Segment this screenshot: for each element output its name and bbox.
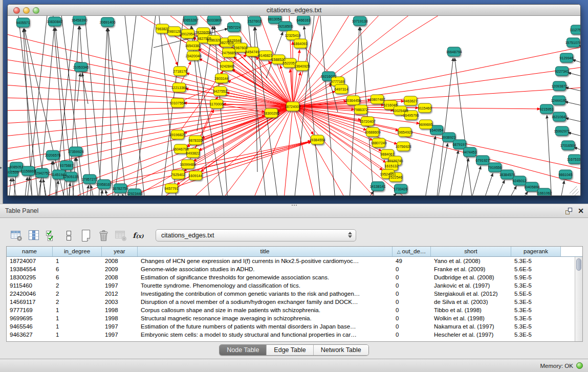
network-node-label: 16543382: [185, 44, 201, 48]
table-cell: 5.3E-5: [511, 322, 561, 331]
column-header-in_degree[interactable]: in_degree: [53, 247, 102, 256]
column-header-out_de[interactable]: △out_de…: [393, 247, 431, 256]
column-header-short[interactable]: short: [431, 247, 511, 256]
splitter-grip[interactable]: [292, 205, 297, 207]
table-cell: 9465546: [7, 322, 53, 331]
float-window-icon[interactable]: [565, 207, 573, 215]
delete-table-icon[interactable]: [114, 229, 128, 242]
network-node-label: 8186328: [207, 38, 221, 42]
network-node-label: 18300295: [263, 112, 279, 115]
table-row[interactable]: 946362711997Embryonic stem cells: a mode…: [7, 331, 575, 339]
table-row[interactable]: 946554611997Estimation of the future num…: [7, 322, 575, 331]
table-row[interactable]: 1830029562008Estimation of significance …: [7, 273, 575, 281]
table-row[interactable]: 969969511998Structural magnetic resonanc…: [7, 314, 575, 322]
network-desktop: ▸ citations_edges.txt 940557110830847164…: [0, 0, 588, 204]
table-cell: Corpus callosum shape and size in male p…: [138, 306, 393, 314]
network-node-label: 10756928: [395, 145, 411, 148]
table-cell: 49: [393, 257, 431, 265]
table-cell: 1: [53, 314, 102, 322]
table-cell: 5.3E-5: [511, 281, 561, 290]
network-node-label: 16782759: [112, 187, 128, 190]
table-row[interactable]: 911546021997Tourette syndrome. Phenomeno…: [7, 281, 575, 290]
network-node-label: 6791927: [475, 159, 489, 162]
network-node-label: 9699695: [419, 123, 432, 126]
panel-title: Table Panel: [5, 204, 38, 218]
network-node-label: 9129946: [559, 56, 573, 60]
show-columns-icon[interactable]: [27, 229, 41, 242]
table-type-tabs: Node TableEdge TableNetwork Table: [219, 344, 368, 356]
network-node-label: 20206576: [45, 154, 60, 157]
network-node-label: 28226058: [195, 31, 211, 34]
table-cell: Wolkin et al. (1998): [431, 314, 511, 322]
function-builder-icon[interactable]: f(x): [131, 229, 145, 242]
network-node-label: 10653287: [182, 18, 198, 22]
network-node-label: 6497314: [334, 87, 348, 91]
tab-edge-table[interactable]: Edge Table: [267, 345, 313, 355]
network-node-label: 12444195: [551, 99, 567, 102]
new-column-icon[interactable]: [79, 229, 93, 242]
close-icon[interactable]: ✕: [578, 207, 584, 215]
table-cell: Dudbridge et al. (2008): [431, 273, 511, 281]
table-cell: 2009: [102, 265, 138, 273]
select-all-icon[interactable]: [44, 229, 58, 242]
network-node-label: 16099489: [180, 163, 195, 166]
table-row[interactable]: 2242004622012Investigating the contribut…: [7, 290, 575, 298]
network-canvas[interactable]: 9405571108308471645839020691406106532871…: [8, 16, 580, 195]
table-cell: Investigating the contribution of common…: [138, 290, 393, 298]
network-node-label: 6466163: [296, 18, 310, 22]
column-header-name[interactable]: name: [7, 247, 53, 256]
tab-node-table[interactable]: Node Table: [220, 345, 267, 355]
table-cell: 0: [393, 331, 431, 339]
table-row[interactable]: 1938455462009Genome-wide association stu…: [7, 265, 575, 273]
panel-collapse-handle[interactable]: ▸: [0, 164, 4, 172]
network-node-label: 8454749: [245, 50, 259, 54]
table-cell: 2008: [102, 273, 138, 281]
table-scrollbar[interactable]: [575, 257, 582, 341]
table-scrollbar-thumb[interactable]: [576, 258, 581, 271]
table-cell: 2: [53, 281, 102, 290]
network-node-label: 2967608: [233, 46, 247, 50]
network-window-titlebar[interactable]: citations_edges.txt: [8, 5, 580, 16]
table-mode-icon[interactable]: [9, 229, 24, 242]
tab-network-table[interactable]: Network Table: [314, 345, 368, 355]
table-row[interactable]: 1872400712008Changes of HCN gene express…: [7, 257, 575, 265]
network-node-label: 19216072: [320, 75, 336, 78]
network-node-label: 10405894: [524, 185, 539, 189]
table-cell: 2: [53, 290, 102, 298]
network-node-label: 6879197: [452, 143, 466, 146]
table-cell: 5.3E-5: [511, 257, 561, 265]
column-header-year[interactable]: year: [102, 247, 138, 256]
column-header-title[interactable]: title: [138, 247, 393, 256]
table-cell: 2: [53, 298, 102, 306]
network-node-label: 7986372: [354, 108, 367, 112]
table-cell: de Silva et al. (2003): [431, 298, 511, 306]
table-cell: Genome-wide association studies in ADHD.: [138, 265, 393, 273]
network-window[interactable]: citations_edges.txt 94055711083084716458…: [7, 4, 581, 196]
table-row[interactable]: 977716911998Corpus callosum shape and si…: [7, 306, 575, 314]
network-node-label: 12505135: [62, 175, 78, 179]
network-node-label: 11127527: [570, 28, 580, 32]
delete-columns-icon[interactable]: [96, 229, 111, 242]
network-node-label: 9375887: [59, 164, 73, 167]
network-node-label: 16033809: [206, 18, 222, 22]
network-node-label: 9146821: [258, 54, 272, 57]
node-table[interactable]: namein_degreeyeartitle△out_de…shortpager…: [6, 246, 583, 342]
table-panel-body: f(x) citations_edges.txt namein_degreeye…: [0, 218, 588, 359]
memory-status-indicator-icon[interactable]: [576, 362, 583, 369]
table-selector[interactable]: citations_edges.txt: [156, 229, 356, 242]
network-node-label: 16210643: [551, 115, 567, 119]
table-row[interactable]: 1456911722003Disruption of a novel membe…: [7, 298, 575, 306]
network-node-label: 9463627: [403, 99, 417, 103]
column-header-pagerank[interactable]: pagerank: [511, 247, 561, 256]
network-node-label: 19654923: [397, 130, 412, 134]
network-node-label: 18807249: [371, 141, 386, 145]
network-node-label: 18724007: [285, 105, 300, 108]
table-cell: 9777169: [7, 306, 53, 314]
network-node-label: 2522546: [388, 176, 402, 179]
clear-selection-icon[interactable]: [61, 229, 76, 242]
table-cell: 1: [53, 331, 102, 339]
network-node-label: 10688609: [364, 130, 380, 134]
network-node-label: 7919556: [488, 166, 502, 169]
network-node-label: 10719138: [352, 19, 367, 23]
network-node-label: 8085051: [9, 165, 23, 169]
